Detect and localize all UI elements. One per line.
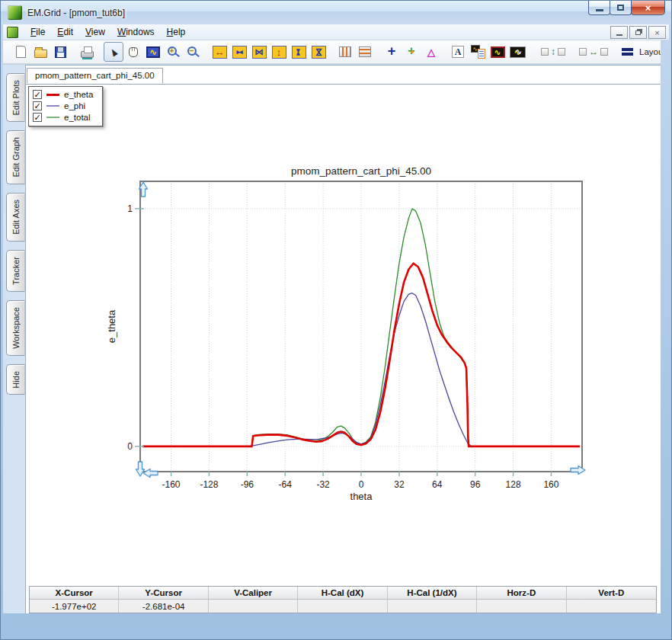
window-title: EM.Grid - [pmom_tut6b] bbox=[27, 8, 125, 18]
expand-x-button[interactable]: ↔ bbox=[210, 42, 229, 62]
status-header-horz-d: Horz-D bbox=[477, 587, 566, 600]
title-bar: EM.Grid - [pmom_tut6b] × bbox=[1, 1, 671, 24]
fit-vertical-checkbox-right[interactable] bbox=[558, 48, 565, 56]
minimize-icon bbox=[596, 9, 603, 11]
fit-horizontal-checkbox-right[interactable] bbox=[600, 48, 608, 56]
document-tab[interactable]: pmom_pattern_cart_phi_45.00 bbox=[27, 68, 163, 83]
checkbox-e-phi[interactable] bbox=[33, 101, 42, 110]
close-button[interactable]: × bbox=[631, 1, 665, 15]
menu-view[interactable]: View bbox=[79, 25, 111, 39]
expand-y-button[interactable]: ↕ bbox=[269, 42, 289, 62]
app-window: EM.Grid - [pmom_tut6b] × File Edit View … bbox=[0, 0, 672, 640]
plot-single-button[interactable]: ∿ bbox=[488, 42, 507, 62]
status-value-horz-d bbox=[477, 600, 566, 613]
crosshair-icon: + bbox=[388, 43, 396, 59]
checkbox-e-theta[interactable] bbox=[33, 90, 42, 99]
shrink-x-button[interactable]: ▸◂ bbox=[229, 42, 249, 62]
status-value-h-cal-1dx bbox=[388, 600, 477, 613]
mdi-close-button[interactable]: × bbox=[648, 26, 666, 39]
cursor-status-table: X-Cursor Y-Cursor V-Caliper H-Cal (dX) H… bbox=[29, 586, 657, 613]
legend-item-e-theta[interactable]: e_theta bbox=[33, 90, 93, 99]
legend-line-e-total bbox=[46, 117, 59, 118]
mdi-minimize-button[interactable] bbox=[610, 26, 628, 39]
zoom-region-icon: ∿ bbox=[146, 46, 160, 58]
zoom-out-button[interactable]: − bbox=[183, 42, 203, 62]
y-axis-bottom-arrow bbox=[136, 462, 145, 476]
status-value-vert-d bbox=[567, 600, 656, 613]
legend-item-e-total[interactable]: e_total bbox=[33, 113, 93, 122]
text-annotation-button[interactable]: A bbox=[448, 42, 468, 62]
plot-report-icon: ∿ bbox=[471, 45, 485, 59]
select-pointer-button[interactable]: ▲ bbox=[104, 42, 123, 62]
caliper-icon: △ bbox=[427, 46, 435, 58]
svg-text:e_theta: e_theta bbox=[106, 309, 117, 343]
crosshair-button[interactable]: + bbox=[382, 42, 402, 62]
chart-canvas[interactable]: -160-128-96-64-32032649612816001pmom_pat… bbox=[104, 161, 606, 511]
zoom-in-button[interactable]: + bbox=[163, 42, 183, 62]
sidebar-tab-tracker[interactable]: Tracker bbox=[6, 250, 25, 292]
expand-y-icon: ↕ bbox=[272, 46, 286, 59]
series-line-e_total bbox=[142, 209, 580, 446]
minimize-button[interactable] bbox=[588, 1, 610, 15]
autoscale-x-button[interactable]: ⋈ bbox=[249, 42, 269, 62]
svg-text:-64: -64 bbox=[279, 479, 293, 490]
text-annotation-icon: A bbox=[452, 46, 464, 58]
checkbox-e-total[interactable] bbox=[33, 113, 42, 122]
menu-help[interactable]: Help bbox=[161, 25, 192, 39]
autoscale-y-button[interactable]: ⋈ bbox=[309, 42, 328, 62]
shrink-y-icon: ▸◂ bbox=[292, 46, 306, 59]
svg-text:64: 64 bbox=[432, 479, 443, 490]
menu-windows[interactable]: Windows bbox=[111, 25, 161, 39]
legend-line-e-theta bbox=[46, 94, 59, 96]
sidebar-tab-edit-plots[interactable]: Edit Plots bbox=[6, 73, 25, 122]
caliper-button[interactable]: △ bbox=[421, 42, 441, 62]
print-button[interactable] bbox=[77, 42, 97, 62]
series-line-e_theta bbox=[142, 264, 580, 446]
tracker-icon: + bbox=[408, 44, 414, 58]
mdi-restore-button[interactable] bbox=[629, 26, 647, 39]
menu-edit[interactable]: Edit bbox=[51, 25, 79, 39]
plot-overlay-button[interactable]: ∿∿ bbox=[507, 42, 527, 62]
svg-text:-160: -160 bbox=[162, 479, 181, 490]
sidebar-tab-hide[interactable]: Hide bbox=[6, 364, 25, 395]
new-file-icon bbox=[16, 46, 26, 58]
open-file-button[interactable] bbox=[30, 42, 50, 62]
plot-report-button[interactable]: ∿ bbox=[468, 42, 488, 62]
fit-horizontal-checkbox-left[interactable] bbox=[579, 48, 587, 56]
fit-vertical-checkbox-left[interactable] bbox=[541, 48, 549, 56]
status-header-v-caliper: V-Caliper bbox=[209, 587, 298, 600]
status-value-y-cursor: -2.681e-04 bbox=[119, 600, 208, 613]
horizontal-markers-button[interactable] bbox=[355, 42, 375, 62]
fit-horizontal-icon: ↔ bbox=[589, 46, 598, 57]
legend-item-e-phi[interactable]: e_phi bbox=[33, 101, 93, 110]
fit-horizontal-control[interactable]: ↔ bbox=[579, 46, 608, 57]
svg-text:32: 32 bbox=[394, 479, 405, 490]
status-header-y-cursor: Y-Cursor bbox=[119, 587, 208, 600]
tracker-button[interactable]: + bbox=[402, 42, 421, 62]
sidebar-tab-edit-axes[interactable]: Edit Axes bbox=[6, 193, 25, 242]
fit-vertical-control[interactable]: ↕ bbox=[541, 46, 565, 57]
vertical-markers-button[interactable] bbox=[335, 42, 355, 62]
status-header-x-cursor: X-Cursor bbox=[30, 587, 119, 600]
sidebar-tab-workspace[interactable]: Workspace bbox=[6, 300, 25, 356]
legend-box: e_theta e_phi e_total bbox=[28, 86, 103, 126]
save-button[interactable] bbox=[50, 42, 70, 62]
plot-overlay-icon: ∿∿ bbox=[510, 46, 526, 58]
pan-button[interactable] bbox=[123, 42, 143, 62]
status-value-x-cursor: -1.977e+02 bbox=[30, 600, 119, 613]
side-tab-strip: Edit Plots Edit Graph Edit Axes Tracker … bbox=[3, 65, 25, 613]
layout-button[interactable]: Layou bbox=[622, 47, 661, 56]
menu-file[interactable]: File bbox=[24, 25, 51, 39]
horizontal-markers-icon bbox=[359, 46, 371, 57]
sidebar-tab-edit-graph[interactable]: Edit Graph bbox=[6, 130, 25, 184]
mdi-child-icon[interactable] bbox=[7, 27, 18, 38]
zoom-in-icon: + bbox=[168, 46, 177, 56]
autoscale-y-icon: ⋈ bbox=[312, 46, 326, 59]
status-header-h-cal-1dx: H-Cal (1/dX) bbox=[388, 587, 477, 600]
legend-line-e-phi bbox=[46, 105, 59, 107]
zoom-region-button[interactable]: ∿ bbox=[143, 42, 163, 62]
status-value-h-cal-dx bbox=[298, 600, 387, 613]
shrink-y-button[interactable]: ▸◂ bbox=[289, 42, 309, 62]
maximize-button[interactable] bbox=[610, 1, 632, 15]
new-file-button[interactable] bbox=[11, 42, 30, 62]
